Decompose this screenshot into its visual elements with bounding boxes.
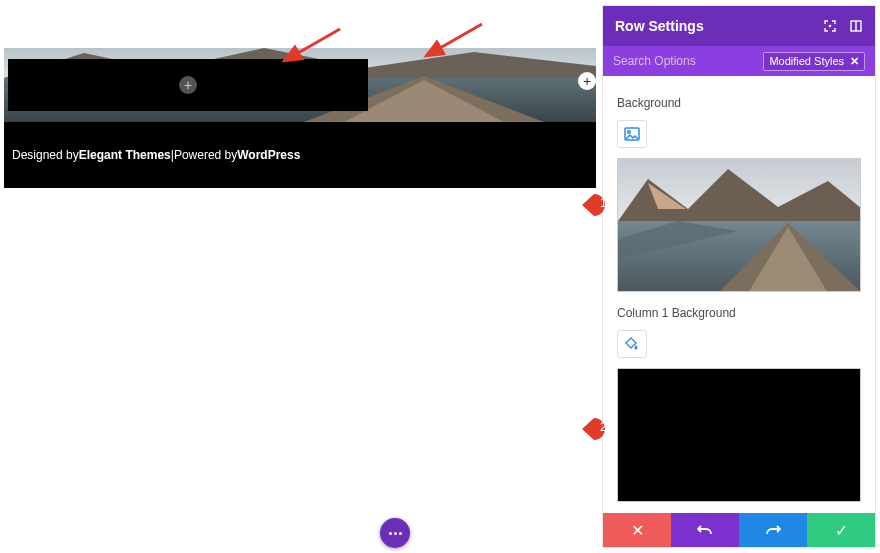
paint-bucket-icon <box>625 337 639 351</box>
annotation-arrow <box>420 22 490 56</box>
annotation-marker: 1 <box>582 192 614 218</box>
dot-icon <box>399 532 402 535</box>
panel-title: Row Settings <box>615 18 823 34</box>
col1-background-type-color[interactable] <box>617 330 647 358</box>
svg-point-7 <box>829 25 832 28</box>
page-footer: Designed by Elegant Themes | Powered by … <box>4 122 596 188</box>
image-icon <box>624 127 640 141</box>
section-label-col1: Column 1 Background <box>617 306 861 320</box>
focus-icon[interactable] <box>823 19 837 33</box>
svg-line-6 <box>426 24 482 56</box>
footer-text-powered: Powered by <box>174 148 237 162</box>
confirm-button[interactable]: ✓ <box>807 513 875 547</box>
svg-point-11 <box>628 131 631 134</box>
panel-actions: ✕ ✓ <box>603 513 875 547</box>
check-icon: ✓ <box>835 521 848 540</box>
background-preview[interactable] <box>617 158 861 292</box>
panel-body: Background Column 1 Background <box>603 76 875 513</box>
dot-icon <box>389 532 392 535</box>
filter-chip-modified[interactable]: Modified Styles ✕ <box>763 52 865 71</box>
cancel-button[interactable]: ✕ <box>603 513 671 547</box>
column-2-add[interactable]: + <box>578 72 596 90</box>
page-fab-button[interactable] <box>380 518 410 548</box>
plus-icon: + <box>583 73 591 89</box>
search-input[interactable]: Search Options <box>613 54 763 68</box>
panel-header[interactable]: Row Settings <box>603 6 875 46</box>
footer-text-designed: Designed by <box>12 148 79 162</box>
undo-icon <box>697 523 713 537</box>
footer-link-wp[interactable]: WordPress <box>237 148 300 162</box>
col1-background-preview[interactable] <box>617 368 861 502</box>
redo-icon <box>765 523 781 537</box>
page-preview: + + Designed by Elegant Themes | Powered… <box>4 48 596 188</box>
plus-icon: + <box>184 78 192 92</box>
chip-label: Modified Styles <box>769 55 844 67</box>
background-type-image[interactable] <box>617 120 647 148</box>
add-module-button[interactable]: + <box>179 76 197 94</box>
svg-line-5 <box>284 29 340 61</box>
marker-number: 2 <box>600 420 607 434</box>
marker-number: 1 <box>600 196 607 210</box>
search-row[interactable]: Search Options Modified Styles ✕ <box>603 46 875 76</box>
preview-image <box>618 159 861 292</box>
dot-icon <box>394 532 397 535</box>
redo-button[interactable] <box>739 513 807 547</box>
annotation-arrow <box>278 27 348 61</box>
close-icon[interactable]: ✕ <box>850 55 859 68</box>
close-icon: ✕ <box>631 521 644 540</box>
expand-icon[interactable] <box>849 19 863 33</box>
footer-link-theme[interactable]: Elegant Themes <box>79 148 171 162</box>
section-label-background: Background <box>617 96 861 110</box>
settings-panel: Row Settings Search Options Modified Sty… <box>602 5 876 548</box>
undo-button[interactable] <box>671 513 739 547</box>
annotation-marker: 2 <box>582 416 614 442</box>
